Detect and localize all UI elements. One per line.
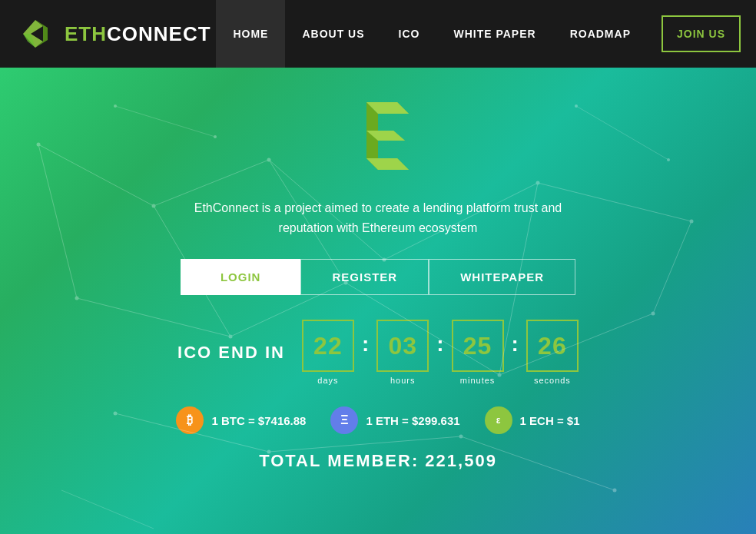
nav-home[interactable]: HOME: [216, 0, 285, 68]
svg-point-31: [114, 412, 118, 416]
svg-point-38: [114, 104, 117, 108]
svg-line-8: [77, 298, 230, 337]
svg-point-33: [459, 435, 463, 439]
svg-line-5: [269, 160, 384, 260]
logo-icon: [15, 14, 55, 54]
hero-section: EthConnect is a project aimed to create …: [0, 68, 756, 534]
svg-line-11: [499, 313, 653, 375]
svg-line-6: [384, 183, 538, 260]
svg-line-18: [499, 183, 538, 375]
svg-line-7: [538, 183, 691, 221]
svg-line-16: [154, 206, 230, 337]
svg-point-32: [267, 450, 271, 454]
svg-point-40: [575, 104, 578, 108]
svg-line-14: [461, 436, 615, 490]
svg-point-25: [690, 220, 694, 224]
svg-point-24: [536, 181, 540, 185]
nav-roadmap[interactable]: ROADMAP: [553, 0, 648, 68]
svg-point-34: [613, 489, 617, 493]
svg-line-15: [38, 144, 77, 298]
svg-point-29: [498, 373, 502, 377]
svg-point-21: [152, 204, 156, 208]
svg-point-26: [75, 297, 79, 300]
navbar: ETHCONNECT HOME ABOUT US ICO WHITE PAPER…: [0, 0, 756, 68]
svg-line-37: [61, 490, 154, 529]
nav-join-us[interactable]: JOIN US: [662, 15, 741, 52]
svg-point-22: [267, 158, 271, 162]
svg-line-9: [230, 283, 346, 337]
nav-links: HOME ABOUT US ICO WHITE PAPER ROADMAP JO…: [216, 0, 741, 68]
nav-whitepaper[interactable]: WHITE PAPER: [436, 0, 552, 68]
svg-line-10: [346, 283, 499, 375]
logo: ETHCONNECT: [15, 14, 211, 54]
svg-line-17: [269, 160, 346, 283]
svg-line-36: [576, 106, 668, 160]
svg-line-13: [269, 436, 461, 452]
svg-point-20: [37, 143, 41, 147]
svg-line-12: [115, 413, 269, 452]
svg-line-3: [38, 144, 154, 206]
svg-point-30: [652, 312, 655, 316]
nav-about[interactable]: ABOUT US: [285, 0, 381, 68]
network-background: [0, 68, 756, 534]
svg-line-19: [653, 221, 691, 313]
svg-point-41: [667, 158, 670, 161]
svg-line-4: [154, 160, 269, 206]
nav-ico[interactable]: ICO: [382, 0, 437, 68]
svg-point-28: [344, 281, 348, 285]
svg-line-35: [115, 106, 215, 137]
logo-text: ETHCONNECT: [65, 22, 211, 46]
svg-point-27: [229, 335, 233, 339]
svg-point-23: [383, 258, 386, 262]
svg-point-39: [214, 135, 217, 138]
